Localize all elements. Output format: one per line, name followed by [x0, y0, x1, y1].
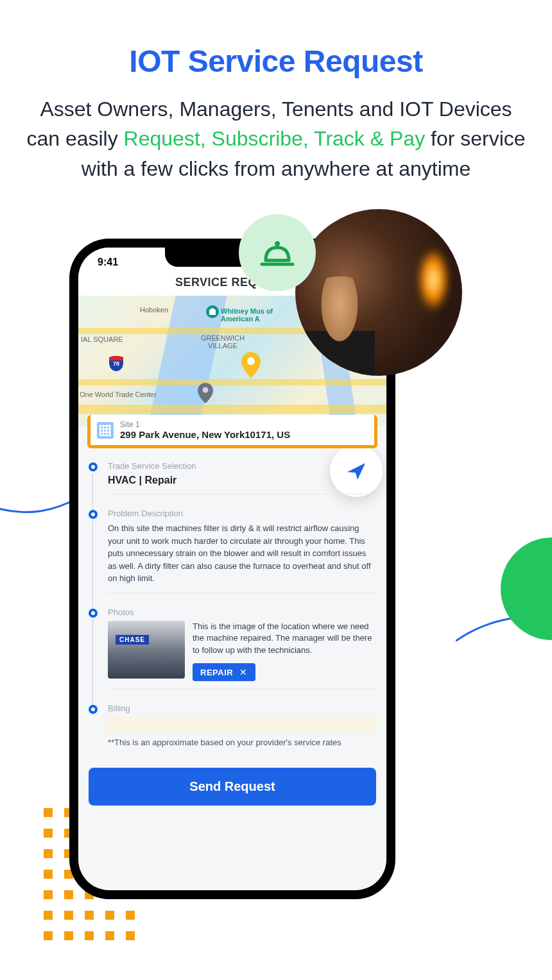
map-label-hoboken: Hoboken	[140, 306, 168, 314]
site-address-card[interactable]: Site 1 299 Park Avenue, New York10171, U…	[87, 415, 377, 448]
map-label-village: GREENWICH VILLAGE	[200, 334, 245, 350]
svg-point-4	[247, 357, 255, 365]
svg-rect-2	[209, 310, 216, 315]
step-photos-label: Photos	[108, 607, 376, 617]
billing-note: **This is an approximate based on your p…	[108, 738, 376, 747]
map-label-wtc: One World Trade Center	[80, 391, 157, 398]
storefront-sign: CHASE	[116, 635, 149, 645]
map-label-square: IAL SQUARE	[81, 335, 123, 343]
site-name: Site 1	[120, 420, 290, 429]
divider	[108, 494, 376, 494]
svg-point-5	[203, 387, 209, 393]
close-icon[interactable]: ✕	[239, 667, 248, 677]
send-request-button[interactable]: Send Request	[89, 768, 376, 806]
step-trade[interactable]: Trade Service Selection HVAC | Repair	[89, 461, 376, 509]
decorative-arc	[377, 595, 552, 907]
secondary-pin-icon[interactable]	[198, 383, 213, 403]
service-bell-badge	[239, 214, 316, 291]
page-title: IOT Service Request	[0, 44, 552, 79]
step-problem[interactable]: Problem Description On this site the mac…	[89, 509, 376, 607]
step-problem-text: On this site the machines filter is dirt…	[108, 522, 376, 585]
divider	[108, 689, 376, 689]
interstate-number: 78	[108, 360, 125, 367]
step-trade-value: HVAC | Repair	[108, 475, 376, 486]
building-icon	[97, 422, 114, 439]
step-billing[interactable]: Billing **This is an approximate based o…	[89, 704, 376, 754]
step-photos[interactable]: Photos CHASE This is the image of the lo…	[89, 607, 376, 704]
page-subtitle: Asset Owners, Managers, Tenents and IOT …	[23, 94, 529, 183]
map-road	[78, 405, 386, 414]
svg-point-0	[275, 241, 280, 246]
subtitle-highlight: Request, Subscribe, Track & Pay	[124, 127, 426, 150]
map-road	[78, 379, 386, 385]
service-bell-icon	[259, 239, 295, 267]
step-problem-label: Problem Description	[108, 509, 376, 518]
step-dot-icon	[89, 705, 98, 714]
billing-blurred-row	[108, 717, 376, 731]
divider	[108, 593, 376, 593]
photo-thumbnail[interactable]: CHASE	[108, 621, 185, 679]
step-dot-icon	[89, 609, 98, 618]
photo-description: This is the image of the location where …	[193, 621, 376, 657]
museum-marker-icon	[205, 305, 220, 319]
tag-label: REPAIR	[200, 668, 233, 677]
repair-tag-chip[interactable]: REPAIR ✕	[193, 663, 255, 681]
step-trade-label: Trade Service Selection	[108, 461, 376, 471]
site-address: 299 Park Avenue, New York10171, US	[120, 429, 290, 440]
step-dot-icon	[89, 510, 98, 519]
form-body: Trade Service Selection HVAC | Repair Pr…	[78, 448, 386, 763]
location-pin-icon[interactable]	[241, 352, 261, 378]
interstate-shield-icon: 78	[108, 355, 125, 374]
step-dot-icon	[89, 462, 98, 471]
status-time: 9:41	[98, 257, 118, 268]
step-billing-label: Billing	[108, 704, 376, 713]
hero-photo-badge	[295, 209, 462, 376]
map-label-whitney: Whitney Mus of American A	[221, 307, 279, 323]
